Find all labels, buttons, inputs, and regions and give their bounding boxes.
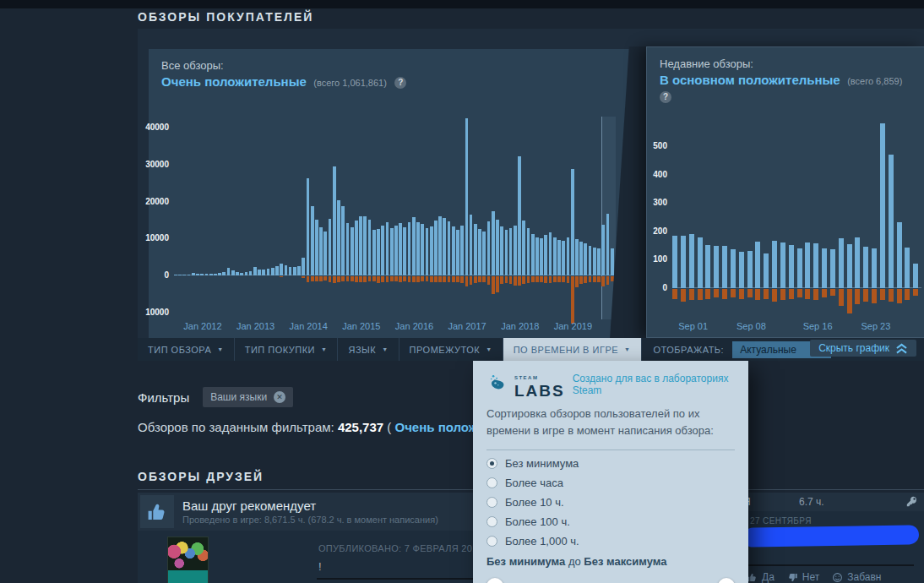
review-bar-positive [913, 264, 918, 288]
review-bar-negative [780, 289, 785, 300]
all-reviews-label: Все обзоры: [161, 59, 406, 72]
radio-button-icon[interactable] [486, 536, 497, 547]
review-bar-negative [579, 276, 583, 284]
playtime-option-4[interactable]: Более 1,000 ч. [486, 535, 735, 548]
playtime-option-0[interactable]: Без минимума [486, 457, 735, 470]
helpful-button-забавн[interactable]: Забавн [832, 571, 881, 583]
review-bar-positive [905, 248, 910, 288]
review-bar-negative [905, 289, 910, 300]
y-tick-label: 10000 [140, 233, 169, 242]
filter-tab-label: ЯЗЫК [348, 345, 376, 355]
side-review-card: Я 6.7 ч. 27 СЕНТЯБРЯ ДаНетЗабавн [736, 493, 924, 583]
review-bar-positive [218, 273, 221, 275]
side-review-playtime: 6.7 ч. [799, 496, 824, 508]
review-bar-positive [571, 169, 574, 275]
review-bar-positive [855, 237, 860, 288]
review-bar-positive [192, 273, 195, 275]
thumb-up-icon [140, 495, 174, 528]
review-bar-negative [805, 289, 810, 299]
y-tick-label: 500 [642, 141, 667, 150]
review-bar-positive [253, 267, 257, 276]
friend-avatar[interactable] [167, 537, 209, 583]
radio-button-icon[interactable] [486, 516, 497, 527]
review-bar-negative [527, 276, 530, 283]
review-bar-positive [593, 248, 596, 275]
review-bar-positive [240, 273, 243, 276]
review-bar-positive [492, 211, 495, 275]
review-bar-positive [847, 244, 852, 288]
radio-button-icon[interactable] [486, 477, 497, 488]
playtime-option-3[interactable]: Более 100 ч. [486, 515, 735, 528]
help-icon[interactable]: ? [660, 91, 671, 103]
review-bar-positive [698, 237, 703, 288]
review-bar-positive [372, 230, 376, 275]
review-bar-positive [465, 118, 469, 275]
review-bar-negative [302, 276, 305, 278]
y-tick-label: 200 [642, 226, 667, 236]
playtime-range-slider[interactable] [486, 578, 735, 583]
review-bar-negative [421, 276, 424, 281]
review-bar-negative [359, 276, 362, 282]
help-icon[interactable]: ? [394, 77, 406, 89]
x-tick-label: Jan 2016 [385, 321, 444, 331]
review-bar-positive [722, 246, 727, 288]
review-bar-positive [601, 225, 605, 275]
labs-note-link[interactable]: Создано для вас в лабораториях Steam [573, 373, 735, 396]
review-bar-negative [478, 276, 481, 282]
review-bar-negative [452, 276, 455, 282]
radio-button-icon[interactable] [486, 458, 497, 469]
hide-graph-button[interactable]: Скрыть график [810, 340, 916, 357]
slider-handle-max[interactable] [718, 578, 735, 583]
radio-button-icon[interactable] [486, 497, 497, 508]
review-bar-positive [500, 226, 503, 275]
review-bar-positive [337, 200, 340, 275]
divider [748, 564, 914, 566]
review-bar-positive [390, 228, 394, 275]
helpful-button-да[interactable]: Да [747, 571, 775, 583]
review-bar-positive [813, 243, 818, 288]
review-bar-negative [496, 276, 499, 292]
friend-review-posted: ОПУБЛИКОВАНО: 7 ФЕВРАЛЯ 2013 [318, 543, 483, 553]
review-bar-positive [764, 253, 769, 288]
review-bar-positive [222, 272, 226, 275]
review-bar-negative [482, 276, 486, 282]
filtered-count-prefix: Обзоров по заданным фильтрам: [138, 420, 338, 434]
helpful-button-нет[interactable]: Нет [787, 571, 819, 583]
active-filters-row: Фильтры Ваши языки ✕ [138, 387, 293, 407]
review-bar-positive [789, 245, 794, 288]
review-bar-negative [426, 276, 429, 281]
review-bar-positive [705, 245, 710, 288]
review-bar-negative [584, 276, 587, 283]
helpful-button-label: Забавн [847, 571, 881, 583]
review-bar-negative [739, 289, 744, 299]
close-icon[interactable]: ✕ [274, 391, 285, 403]
x-tick-label: Sep 01 [664, 321, 723, 331]
review-bar-negative [562, 276, 565, 282]
filter-tab-review-type[interactable]: ТИП ОБЗОРА▼ [138, 338, 235, 361]
review-bar-positive [589, 246, 592, 275]
review-bar-positive [544, 235, 547, 275]
friend-review-playtime: Проведено в игре: 8,671.5 ч. (678.2 ч. в… [182, 515, 438, 525]
playtime-option-label: Более часа [505, 477, 563, 489]
filter-tag-your-languages[interactable]: Ваши языки ✕ [203, 387, 293, 407]
y-tick-label: 10000 [140, 308, 169, 317]
review-bar-positive [368, 220, 372, 275]
y-tick-label: 40000 [140, 123, 169, 132]
filter-tab-purchase-type[interactable]: ТИП ПОКУПКИ▼ [235, 338, 339, 361]
review-bar-positive [271, 268, 274, 275]
review-bar-negative [346, 276, 350, 281]
customer-reviews-header: ОБЗОРЫ ПОКУПАТЕЛЕЙ [138, 10, 924, 30]
playtime-option-1[interactable]: Более часа [486, 477, 735, 489]
review-bar-positive [297, 266, 301, 275]
filter-tab-playtime[interactable]: ПО ВРЕМЕНИ В ИГРЕ▼ [503, 338, 642, 361]
filter-tab-date-range[interactable]: ПРОМЕЖУТОК▼ [399, 338, 503, 361]
filter-tab-language[interactable]: ЯЗЫК▼ [338, 338, 399, 361]
review-bar-positive [333, 166, 336, 275]
playtime-option-2[interactable]: Более 10 ч. [486, 496, 735, 509]
slider-handle-min[interactable] [486, 578, 503, 583]
review-bar-negative [377, 276, 380, 283]
review-bar-positive [478, 229, 481, 275]
review-bar-negative [681, 289, 686, 302]
x-tick-label: Jan 2015 [332, 321, 391, 331]
review-bar-positive [505, 230, 508, 275]
